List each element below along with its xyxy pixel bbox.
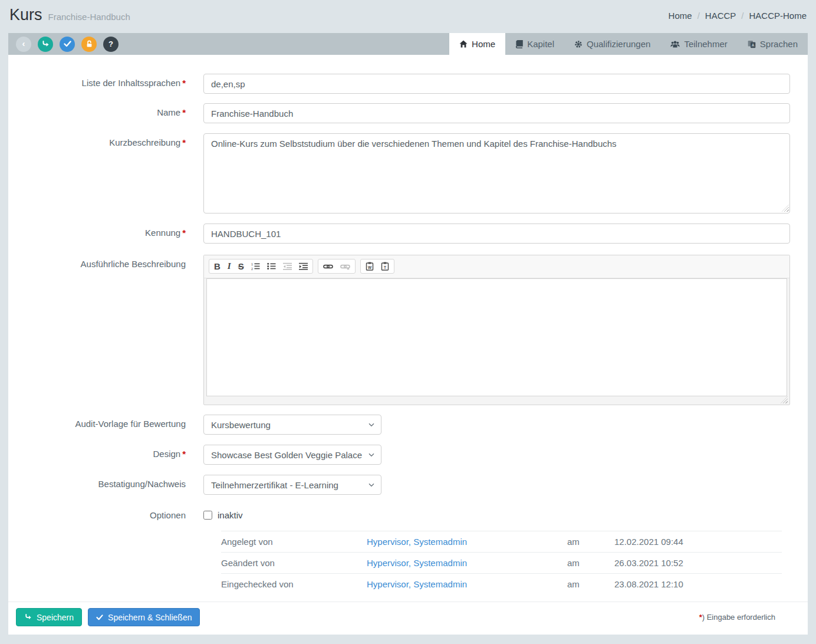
badge-icon bbox=[574, 40, 583, 48]
required-marker: * bbox=[182, 107, 186, 117]
tab-sprachen[interactable]: A Sprachen bbox=[738, 33, 808, 55]
required-note: *) Eingabe erforderlich bbox=[699, 613, 800, 622]
breadcrumb-home[interactable]: Home bbox=[669, 11, 692, 21]
book-icon bbox=[515, 40, 523, 48]
selected-value: Showcase Best Golden Veggie Palace bbox=[211, 450, 362, 460]
check-icon bbox=[96, 615, 103, 620]
meta-label: Angelegt von bbox=[221, 537, 367, 547]
audit-template-select[interactable]: Kursbewertung bbox=[203, 415, 381, 435]
certificate-select[interactable]: Teilnehmerzertifikat - E-Learning bbox=[203, 475, 381, 495]
italic-button[interactable]: I bbox=[228, 262, 231, 271]
meta-date: 26.03.2021 10:52 bbox=[614, 558, 683, 568]
name-input[interactable] bbox=[203, 103, 790, 123]
page-title: Kurs bbox=[9, 6, 42, 24]
tab-qualifizierungen[interactable]: Qualifizierungen bbox=[564, 33, 660, 55]
editor-toolbar: B I S 12 bbox=[204, 255, 789, 278]
resize-handle[interactable] bbox=[781, 396, 788, 403]
return-arrow-icon bbox=[41, 40, 50, 48]
identifier-input[interactable] bbox=[203, 224, 790, 244]
field-label: Kurzbeschreibung* bbox=[8, 133, 203, 213]
required-marker: * bbox=[182, 228, 186, 238]
outdent-button[interactable] bbox=[283, 262, 292, 270]
breadcrumb: Home / HACCP / HACCP-Home bbox=[669, 6, 807, 21]
design-select[interactable]: Showcase Best Golden Veggie Palace bbox=[203, 445, 381, 465]
svg-text:A: A bbox=[752, 42, 755, 47]
numbered-list-button[interactable]: 12 bbox=[251, 262, 260, 270]
svg-text:W: W bbox=[368, 265, 372, 270]
required-marker: * bbox=[182, 449, 186, 459]
form-footer: Speichern Speichern & Schließen *) Einga… bbox=[8, 602, 808, 635]
home-icon bbox=[459, 40, 468, 48]
field-label: Optionen bbox=[8, 510, 203, 520]
field-label: Kennung* bbox=[8, 224, 203, 244]
chevron-down-icon bbox=[368, 453, 374, 457]
table-row: Geändert von Hypervisor, Systemadmin am … bbox=[221, 552, 782, 573]
save-button[interactable]: Speichern bbox=[16, 608, 82, 626]
table-row: Angelegt von Hypervisor, Systemadmin am … bbox=[221, 531, 782, 552]
strikethrough-button[interactable]: S bbox=[238, 262, 244, 271]
breadcrumb-separator: / bbox=[741, 11, 743, 21]
selected-value: Teilnehmerzertifikat - E-Learning bbox=[211, 480, 338, 490]
rich-text-editor-content[interactable] bbox=[206, 278, 787, 396]
content-languages-input[interactable] bbox=[203, 74, 790, 94]
save-and-close-button-label: Speichern & Schließen bbox=[108, 613, 192, 622]
tab-bar: Home Kapitel Qualifizierungen Teilnehmer… bbox=[449, 33, 808, 55]
chevron-down-icon bbox=[368, 423, 374, 427]
tab-label: Home bbox=[472, 39, 495, 49]
save-return-button[interactable] bbox=[38, 37, 53, 52]
confirm-button[interactable] bbox=[60, 37, 75, 52]
meta-date: 12.02.2021 09:44 bbox=[614, 537, 683, 547]
paste-as-text-button[interactable]: T bbox=[381, 262, 389, 271]
page-subtitle: Franchise-Handbuch bbox=[48, 12, 130, 22]
inactive-checkbox[interactable] bbox=[203, 511, 212, 520]
language-icon: A bbox=[748, 40, 756, 48]
help-button[interactable]: ? bbox=[103, 37, 119, 52]
tab-label: Qualifizierungen bbox=[587, 39, 650, 49]
field-label: Bestatigung/Nachweis bbox=[8, 475, 203, 495]
tab-kapitel[interactable]: Kapitel bbox=[505, 33, 564, 55]
indent-button[interactable] bbox=[299, 262, 308, 270]
meta-am: am bbox=[567, 537, 614, 547]
unlock-button[interactable] bbox=[81, 37, 97, 52]
breadcrumb-haccp[interactable]: HACCP bbox=[705, 11, 736, 21]
meta-user-link[interactable]: Hypervisor, Systemadmin bbox=[367, 558, 567, 568]
tab-label: Sprachen bbox=[760, 39, 798, 49]
selected-value: Kursbewertung bbox=[211, 420, 271, 430]
meta-label: Eingechecked von bbox=[221, 579, 367, 589]
meta-date: 23.08.2021 12:10 bbox=[614, 579, 683, 589]
field-label: Liste der Inhaltssprachen* bbox=[8, 74, 203, 94]
return-arrow-icon bbox=[24, 613, 32, 621]
table-row: Eingechecked von Hypervisor, Systemadmin… bbox=[221, 573, 782, 594]
save-button-label: Speichern bbox=[37, 613, 74, 622]
short-description-textarea[interactable]: Online-Kurs zum Selbststudium über die v… bbox=[203, 133, 790, 213]
course-form: Liste der Inhaltssprachen* Name* Kurzbes… bbox=[8, 55, 808, 635]
question-icon: ? bbox=[108, 40, 113, 48]
meta-user-link[interactable]: Hypervisor, Systemadmin bbox=[367, 579, 567, 589]
field-label: Audit-Vorlage für Bewertung bbox=[8, 415, 203, 435]
svg-text:2: 2 bbox=[251, 267, 253, 271]
paste-from-word-button[interactable]: W bbox=[366, 262, 374, 271]
field-label: Name* bbox=[8, 103, 203, 123]
metadata-table: Angelegt von Hypervisor, Systemadmin am … bbox=[221, 531, 782, 594]
unlink-button[interactable] bbox=[340, 263, 350, 270]
meta-user-link[interactable]: Hypervisor, Systemadmin bbox=[367, 537, 567, 547]
chevron-down-icon bbox=[368, 483, 374, 487]
link-button[interactable] bbox=[323, 263, 333, 270]
check-icon bbox=[64, 41, 71, 47]
field-label: Design* bbox=[8, 445, 203, 465]
tab-home[interactable]: Home bbox=[449, 33, 505, 55]
meta-label: Geändert von bbox=[221, 558, 367, 568]
tab-label: Teilnehmer bbox=[684, 39, 727, 49]
bold-button[interactable]: B bbox=[214, 262, 221, 271]
svg-text:T: T bbox=[384, 265, 386, 270]
breadcrumb-separator: / bbox=[697, 11, 700, 21]
meta-am: am bbox=[567, 558, 614, 568]
tab-teilnehmer[interactable]: Teilnehmer bbox=[660, 33, 737, 55]
chevron-left-icon: ‹ bbox=[22, 39, 25, 48]
back-button[interactable]: ‹ bbox=[16, 37, 31, 52]
action-toolbar: ‹ ? Home bbox=[8, 33, 808, 55]
rich-text-editor: B I S 12 bbox=[203, 255, 790, 405]
save-and-close-button[interactable]: Speichern & Schließen bbox=[88, 608, 200, 626]
bullet-list-button[interactable] bbox=[267, 262, 276, 270]
breadcrumb-haccp-home[interactable]: HACCP-Home bbox=[749, 11, 807, 21]
